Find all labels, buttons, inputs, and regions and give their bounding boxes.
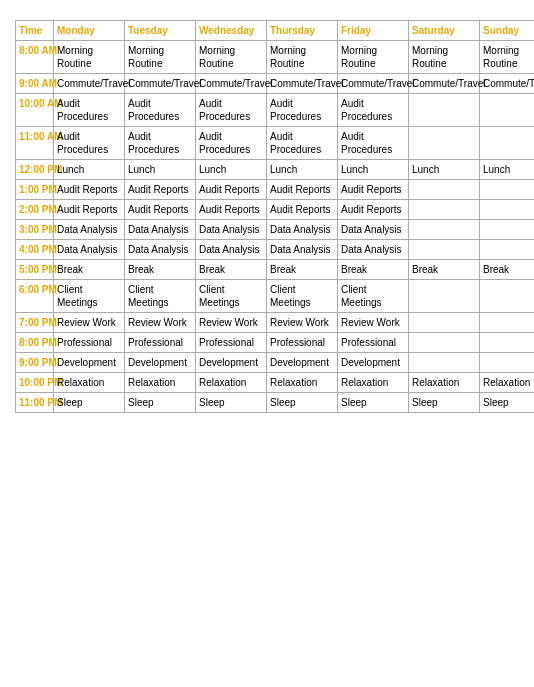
schedule-cell: Sleep: [480, 393, 535, 413]
table-row: 3:00 PMData AnalysisData AnalysisData An…: [16, 220, 535, 240]
schedule-cell: Sleep: [338, 393, 409, 413]
schedule-cell: Lunch: [54, 160, 125, 180]
schedule-cell: Professional: [125, 333, 196, 353]
table-row: 8:00 PMProfessionalProfessionalProfessio…: [16, 333, 535, 353]
schedule-cell: Relaxation: [338, 373, 409, 393]
table-header-row: TimeMondayTuesdayWednesdayThursdayFriday…: [16, 21, 535, 41]
schedule-cell: Break: [125, 260, 196, 280]
schedule-cell: Review Work: [267, 313, 338, 333]
schedule-cell: [480, 127, 535, 160]
schedule-cell: Morning Routine: [409, 41, 480, 74]
schedule-cell: Client Meetings: [338, 280, 409, 313]
column-header-time: Time: [16, 21, 54, 41]
schedule-cell: Data Analysis: [54, 220, 125, 240]
schedule-cell: Lunch: [125, 160, 196, 180]
schedule-cell: [480, 353, 535, 373]
schedule-cell: Audit Procedures: [54, 127, 125, 160]
table-row: 10:00 AMAudit ProceduresAudit Procedures…: [16, 94, 535, 127]
schedule-cell: Professional: [196, 333, 267, 353]
schedule-cell: [409, 200, 480, 220]
schedule-cell: [409, 313, 480, 333]
schedule-cell: Commute/Travel: [267, 74, 338, 94]
column-header-saturday: Saturday: [409, 21, 480, 41]
schedule-cell: Sleep: [196, 393, 267, 413]
time-cell: 5:00 PM: [16, 260, 54, 280]
table-row: 11:00 AMAudit ProceduresAudit Procedures…: [16, 127, 535, 160]
table-body: 8:00 AMMorning RoutineMorning RoutineMor…: [16, 41, 535, 413]
table-row: 4:00 PMData AnalysisData AnalysisData An…: [16, 240, 535, 260]
schedule-cell: [409, 180, 480, 200]
schedule-cell: Sleep: [267, 393, 338, 413]
schedule-cell: Commute/Travel: [480, 74, 535, 94]
schedule-cell: Client Meetings: [54, 280, 125, 313]
schedule-cell: Relaxation: [54, 373, 125, 393]
schedule-cell: Audit Procedures: [125, 127, 196, 160]
schedule-cell: Morning Routine: [125, 41, 196, 74]
schedule-cell: Data Analysis: [338, 240, 409, 260]
schedule-cell: Morning Routine: [196, 41, 267, 74]
schedule-cell: Sleep: [54, 393, 125, 413]
schedule-cell: Review Work: [125, 313, 196, 333]
schedule-cell: Audit Reports: [54, 180, 125, 200]
schedule-cell: Audit Reports: [338, 200, 409, 220]
schedule-cell: Professional: [338, 333, 409, 353]
schedule-cell: Audit Procedures: [125, 94, 196, 127]
schedule-cell: [480, 240, 535, 260]
schedule-cell: Break: [54, 260, 125, 280]
time-cell: 8:00 AM: [16, 41, 54, 74]
schedule-cell: [480, 333, 535, 353]
table-row: 9:00 AMCommute/TravelCommute/TravelCommu…: [16, 74, 535, 94]
table-row: 11:00 PMSleepSleepSleepSleepSleepSleepSl…: [16, 393, 535, 413]
schedule-cell: Data Analysis: [125, 220, 196, 240]
schedule-cell: [480, 313, 535, 333]
schedule-table: TimeMondayTuesdayWednesdayThursdayFriday…: [15, 20, 534, 413]
column-header-tuesday: Tuesday: [125, 21, 196, 41]
table-row: 7:00 PMReview WorkReview WorkReview Work…: [16, 313, 535, 333]
schedule-cell: [480, 200, 535, 220]
schedule-cell: [409, 240, 480, 260]
time-cell: 2:00 PM: [16, 200, 54, 220]
schedule-cell: Audit Procedures: [196, 94, 267, 127]
column-header-monday: Monday: [54, 21, 125, 41]
schedule-cell: Development: [125, 353, 196, 373]
schedule-cell: Audit Reports: [338, 180, 409, 200]
time-cell: 10:00 PM: [16, 373, 54, 393]
schedule-cell: Commute/Travel: [54, 74, 125, 94]
schedule-cell: Professional: [54, 333, 125, 353]
time-cell: 1:00 PM: [16, 180, 54, 200]
schedule-cell: Data Analysis: [196, 220, 267, 240]
schedule-cell: Lunch: [196, 160, 267, 180]
schedule-cell: Development: [267, 353, 338, 373]
schedule-cell: Lunch: [480, 160, 535, 180]
time-cell: 11:00 PM: [16, 393, 54, 413]
schedule-cell: Development: [338, 353, 409, 373]
schedule-cell: Review Work: [338, 313, 409, 333]
schedule-cell: Data Analysis: [267, 220, 338, 240]
schedule-cell: Audit Reports: [267, 200, 338, 220]
schedule-cell: Audit Reports: [125, 200, 196, 220]
time-cell: 12:00 PM: [16, 160, 54, 180]
schedule-cell: Development: [54, 353, 125, 373]
schedule-cell: Data Analysis: [338, 220, 409, 240]
schedule-cell: [409, 127, 480, 160]
schedule-cell: Lunch: [338, 160, 409, 180]
schedule-cell: Break: [267, 260, 338, 280]
column-header-thursday: Thursday: [267, 21, 338, 41]
schedule-cell: Audit Procedures: [267, 127, 338, 160]
schedule-cell: Audit Procedures: [54, 94, 125, 127]
column-header-sunday: Sunday: [480, 21, 535, 41]
table-row: 1:00 PMAudit ReportsAudit ReportsAudit R…: [16, 180, 535, 200]
schedule-cell: Audit Procedures: [338, 127, 409, 160]
schedule-cell: Development: [196, 353, 267, 373]
schedule-cell: Client Meetings: [267, 280, 338, 313]
schedule-cell: Audit Procedures: [267, 94, 338, 127]
schedule-cell: Relaxation: [480, 373, 535, 393]
schedule-cell: Sleep: [409, 393, 480, 413]
schedule-cell: Commute/Travel: [196, 74, 267, 94]
schedule-cell: Audit Procedures: [196, 127, 267, 160]
schedule-cell: Client Meetings: [125, 280, 196, 313]
schedule-cell: Data Analysis: [125, 240, 196, 260]
schedule-cell: Morning Routine: [338, 41, 409, 74]
schedule-cell: Commute/Travel: [409, 74, 480, 94]
schedule-cell: Break: [196, 260, 267, 280]
